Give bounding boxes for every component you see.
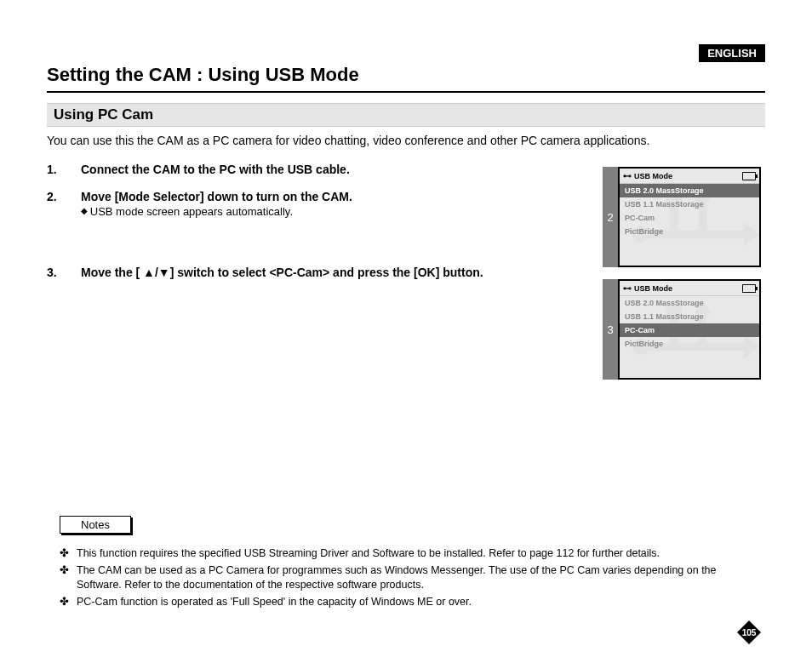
- menu-item: USB 2.0 MassStorage: [620, 184, 759, 197]
- usb-icon: [623, 283, 632, 293]
- note-item: The CAM can be used as a PC Camera for p…: [60, 563, 761, 592]
- page-number-badge: 105: [737, 620, 761, 644]
- note-item: This function requires the specified USB…: [60, 546, 761, 560]
- step-number: 1.: [47, 163, 81, 176]
- note-item: PC-Cam function is operated as 'Full Spe…: [60, 595, 761, 609]
- usb-icon: [623, 171, 632, 180]
- step-number: 3.: [47, 266, 81, 279]
- step-item: 1. Connect the CAM to the PC with the US…: [47, 163, 592, 176]
- step-text: Connect the CAM to the PC with the USB c…: [81, 163, 350, 176]
- step-number: 2.: [47, 190, 81, 218]
- menu-item: PC-Cam: [620, 323, 759, 337]
- screen-number: 2: [603, 167, 618, 267]
- screen-header: USB Mode: [620, 281, 759, 296]
- page-number: 105: [737, 620, 761, 644]
- device-screens: 2 USB Mode USB 2.0 MassStorage USB 1.1 M…: [603, 167, 763, 392]
- steps-list: 1. Connect the CAM to the PC with the US…: [47, 163, 592, 279]
- battery-icon: [742, 172, 756, 180]
- step-sub-text: USB mode screen appears automatically.: [81, 205, 352, 218]
- step-item: 3. Move the [ ▲/▼] switch to select <PC-…: [47, 266, 592, 279]
- screen-title: USB Mode: [634, 172, 672, 180]
- menu-item: PictBridge: [620, 337, 759, 351]
- menu-item: PictBridge: [620, 225, 759, 238]
- intro-text: You can use this the CAM as a PC camera …: [47, 134, 765, 147]
- battery-icon: [742, 284, 756, 293]
- step-text: Move the [ ▲/▼] switch to select <PC-Cam…: [81, 266, 483, 279]
- language-badge: ENGLISH: [699, 44, 765, 62]
- notes-list: This function requires the specified USB…: [60, 546, 761, 612]
- screen-number: 3: [603, 279, 618, 380]
- section-subtitle: Using PC Cam: [47, 103, 765, 127]
- menu-item: USB 1.1 MassStorage: [620, 310, 759, 323]
- screen-title: USB Mode: [634, 284, 672, 293]
- page-title: Setting the CAM : Using USB Mode: [47, 64, 765, 93]
- step-item: 2. Move [Mode Selector] down to turn on …: [47, 190, 592, 218]
- notes-label: Notes: [60, 516, 131, 534]
- device-screen: USB Mode USB 2.0 MassStorage USB 1.1 Mas…: [618, 167, 761, 267]
- screen-header: USB Mode: [620, 169, 759, 184]
- screen-wrap: 3 USB Mode USB 2.0 MassStorage USB 1.1 M…: [603, 279, 763, 380]
- screen-wrap: 2 USB Mode USB 2.0 MassStorage USB 1.1 M…: [603, 167, 763, 267]
- menu-item: USB 1.1 MassStorage: [620, 197, 759, 211]
- step-text: Move [Mode Selector] down to turn on the…: [81, 190, 352, 203]
- device-screen: USB Mode USB 2.0 MassStorage USB 1.1 Mas…: [618, 279, 761, 380]
- menu-item: PC-Cam: [620, 211, 759, 225]
- menu-item: USB 2.0 MassStorage: [620, 296, 759, 310]
